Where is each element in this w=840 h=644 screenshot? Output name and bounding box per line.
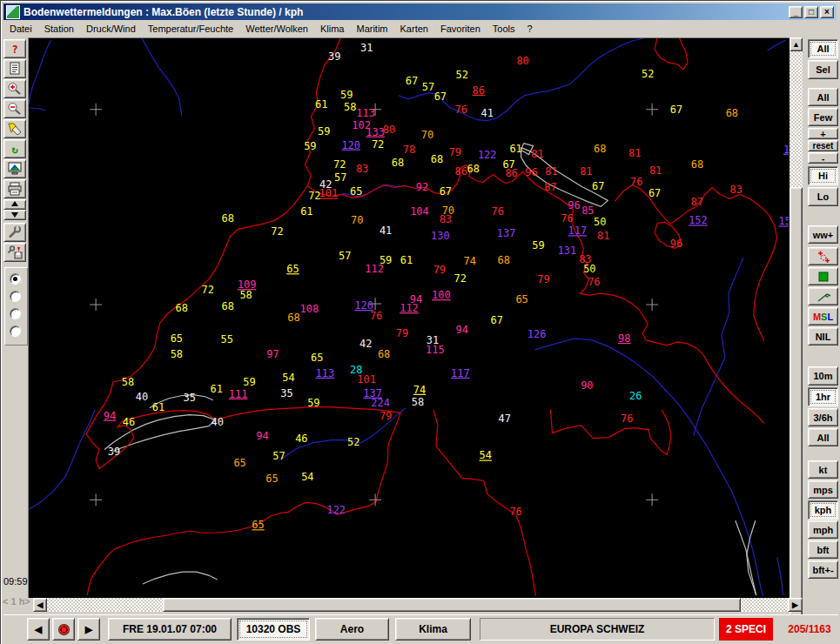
hscroll-thumb[interactable] bbox=[163, 598, 741, 612]
save-settings-button[interactable] bbox=[3, 243, 26, 262]
aero-button[interactable]: Aero bbox=[315, 618, 389, 641]
station-value: 108 bbox=[300, 303, 319, 315]
station-value: 81 bbox=[628, 147, 641, 159]
10m-button[interactable]: 10m bbox=[808, 366, 838, 386]
mode-radio-3[interactable] bbox=[10, 325, 21, 337]
station-value: 104 bbox=[410, 205, 429, 218]
flashlight-button[interactable] bbox=[3, 119, 26, 138]
mph-button[interactable]: mph bbox=[808, 520, 838, 539]
all-stations-button[interactable]: All bbox=[808, 88, 838, 106]
report-button[interactable] bbox=[3, 59, 26, 78]
station-value: 61 bbox=[509, 143, 521, 155]
menu-item-datei[interactable]: Datei bbox=[3, 22, 38, 36]
prev-time-button[interactable]: ◀ bbox=[27, 618, 50, 641]
title-bar[interactable]: Bodenwettermeldungen : Max.Böen (letzte … bbox=[3, 3, 837, 20]
menu-item--[interactable]: ? bbox=[521, 22, 539, 36]
print-button[interactable] bbox=[3, 179, 26, 198]
spin-down-icon bbox=[7, 208, 23, 222]
hi-button[interactable]: Hi bbox=[808, 166, 838, 185]
record-button[interactable] bbox=[52, 618, 75, 641]
kph-button[interactable]: kph bbox=[808, 500, 838, 520]
mode-radio-1[interactable] bbox=[10, 291, 21, 302]
display-button[interactable] bbox=[3, 159, 26, 178]
minus-button[interactable]: - bbox=[808, 152, 838, 164]
time-hscrollbar[interactable]: ◀ ▶ bbox=[33, 598, 803, 612]
klima-button[interactable]: Klima bbox=[395, 618, 471, 641]
all-top-button[interactable]: All bbox=[808, 39, 838, 58]
wind-barb-button[interactable] bbox=[808, 287, 838, 305]
station-value: 65 bbox=[233, 457, 245, 469]
scroll-up-button[interactable]: ▲ bbox=[790, 37, 803, 51]
station-value: 76 bbox=[621, 413, 633, 425]
settings-wrench-button[interactable] bbox=[3, 223, 26, 242]
few-button[interactable]: Few bbox=[808, 108, 838, 126]
plus-button[interactable]: + bbox=[808, 128, 838, 139]
datetime-button[interactable]: FRE 19.01.07 07:00 bbox=[108, 618, 232, 641]
station-value: 65 bbox=[171, 332, 183, 345]
station-value: 80 bbox=[516, 55, 528, 67]
kt-button[interactable]: kt bbox=[808, 460, 838, 479]
sel-button[interactable]: Sel bbox=[808, 60, 838, 79]
msl-button[interactable]: MSL bbox=[808, 307, 838, 325]
station-value: 83 bbox=[730, 184, 743, 196]
mps-button[interactable]: mps bbox=[808, 480, 838, 499]
msl-letter: M bbox=[813, 312, 821, 322]
weather-map[interactable]: 3139805267578667596158765267684111310213… bbox=[28, 37, 790, 598]
station-value: 76 bbox=[588, 276, 600, 288]
next-time-button[interactable]: ▶ bbox=[77, 618, 100, 641]
vscroll-thumb[interactable] bbox=[790, 187, 803, 619]
station-value: 115 bbox=[426, 344, 445, 356]
map-vscrollbar[interactable]: ▲ ▼ bbox=[790, 37, 803, 598]
station-value: 92 bbox=[416, 181, 428, 193]
station-value: 81 bbox=[545, 165, 557, 178]
bft-button[interactable]: bft bbox=[808, 540, 838, 559]
zoom-out-button[interactable] bbox=[3, 99, 26, 118]
maximize-button[interactable]: □ bbox=[804, 6, 818, 18]
nil-button[interactable]: NIL bbox=[808, 327, 838, 345]
menu-item-station[interactable]: Station bbox=[38, 22, 80, 36]
mode-radio-2[interactable] bbox=[10, 308, 21, 319]
grid-cross bbox=[90, 299, 102, 311]
reset-button[interactable]: reset bbox=[808, 140, 838, 151]
green-square-button[interactable] bbox=[808, 267, 838, 285]
station-value: 131 bbox=[558, 245, 577, 257]
map-canvas[interactable]: 3139805267578667596158765267684111310213… bbox=[29, 38, 789, 597]
lake-outline bbox=[736, 520, 756, 595]
station-value: 54 bbox=[301, 471, 313, 483]
menu-item-maritim[interactable]: Maritim bbox=[350, 22, 393, 36]
close-button[interactable]: × bbox=[820, 6, 834, 18]
minimize-button[interactable]: _ bbox=[789, 6, 803, 18]
help-button[interactable]: ? bbox=[3, 39, 26, 58]
menu-item-temperatur-feuchte[interactable]: Temperatur/Feuchte bbox=[142, 22, 239, 36]
river-line bbox=[535, 339, 763, 596]
10m-label: 10m bbox=[813, 371, 832, 381]
menu-item-tools[interactable]: Tools bbox=[487, 22, 521, 36]
menu-item-favoriten[interactable]: Favoriten bbox=[434, 22, 487, 36]
menu-item-karten[interactable]: Karten bbox=[394, 22, 434, 36]
spin-down-button[interactable] bbox=[3, 210, 26, 220]
station-value: 68 bbox=[691, 158, 703, 171]
3-6h-button[interactable]: 3/6h bbox=[808, 408, 838, 426]
wrench-save-icon bbox=[7, 245, 23, 259]
station-plot-button[interactable] bbox=[808, 247, 838, 265]
refresh-button[interactable]: ↻ bbox=[3, 139, 26, 158]
station-value: 126 bbox=[528, 328, 547, 340]
lo-button[interactable]: Lo bbox=[808, 187, 838, 206]
all-time-button[interactable]: All bbox=[808, 428, 838, 446]
zoom-in-button[interactable] bbox=[3, 79, 26, 98]
obs-button[interactable]: 10320 OBS bbox=[237, 618, 310, 641]
mode-radio-0[interactable] bbox=[10, 273, 21, 285]
speci-alert[interactable]: 2 SPECI bbox=[719, 618, 773, 641]
station-value: 72 bbox=[308, 190, 320, 202]
station-value: 57 bbox=[272, 450, 285, 462]
scroll-left-button[interactable]: ◀ bbox=[33, 598, 47, 612]
scroll-right-button[interactable]: ▶ bbox=[788, 598, 803, 612]
station-value: 79 bbox=[396, 327, 408, 339]
menu-item-druck-wind[interactable]: Druck/Wind bbox=[80, 22, 142, 36]
menu-item-wetter-wolken[interactable]: Wetter/Wolken bbox=[239, 22, 314, 36]
ww-plus-button[interactable]: ww+ bbox=[808, 225, 838, 244]
menu-item-klima[interactable]: Klima bbox=[314, 22, 351, 36]
1hr-button[interactable]: 1hr bbox=[808, 387, 838, 406]
bft-plus-minus-button[interactable]: bft+- bbox=[808, 560, 838, 579]
print-icon bbox=[7, 182, 23, 196]
